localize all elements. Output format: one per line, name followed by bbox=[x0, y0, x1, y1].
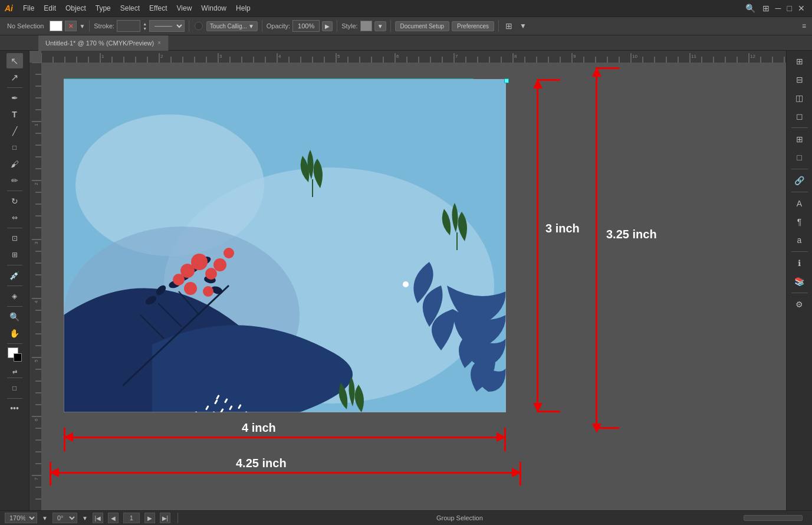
align-panel-btn[interactable]: ⊟ bbox=[791, 71, 808, 88]
scale-tool[interactable]: ⊡ bbox=[6, 231, 23, 246]
page-number-input[interactable] bbox=[123, 513, 140, 523]
style-label: Style: bbox=[341, 22, 358, 29]
eyedropper-tool[interactable]: 💉 bbox=[6, 268, 23, 283]
fill-indicator[interactable]: ✕ bbox=[65, 21, 77, 31]
libraries-panel-btn[interactable]: 📚 bbox=[791, 273, 808, 290]
shape-tool[interactable]: □ bbox=[6, 140, 23, 155]
page-nav-prev-prev[interactable]: |◀ bbox=[93, 513, 103, 523]
style-swatch[interactable] bbox=[360, 21, 372, 31]
links-panel-btn[interactable]: 🔗 bbox=[791, 172, 808, 189]
swap-colors-btn[interactable]: ⇄ bbox=[12, 369, 17, 375]
zoom-select[interactable]: 170% 100% 200% bbox=[5, 513, 37, 523]
tab-title: Untitled-1* @ 170 % (CMYK/Preview) bbox=[45, 40, 154, 47]
pen-tool[interactable]: ✒ bbox=[6, 90, 23, 106]
menu-item-view[interactable]: View bbox=[173, 2, 196, 14]
character-panel-btn[interactable]: A bbox=[791, 195, 808, 212]
stroke-color-box[interactable] bbox=[14, 353, 22, 362]
menu-item-select[interactable]: Select bbox=[116, 2, 144, 14]
hand-tool[interactable]: ✋ bbox=[6, 326, 23, 341]
artboards-panel-btn[interactable]: □ bbox=[791, 149, 808, 166]
close-icon[interactable]: ✕ bbox=[795, 4, 807, 13]
properties-panel-btn[interactable]: ℹ bbox=[791, 255, 808, 271]
stroke-profile[interactable]: ───── bbox=[149, 20, 185, 32]
tab-close-btn[interactable]: × bbox=[157, 40, 161, 46]
rotation-select[interactable]: 0° bbox=[52, 513, 77, 523]
svg-point-22 bbox=[173, 274, 185, 286]
blend-tool[interactable]: ◈ bbox=[6, 288, 23, 304]
page-nav-next-next[interactable]: ▶| bbox=[160, 513, 170, 523]
mirror-tool[interactable]: ⇔ bbox=[6, 210, 23, 225]
measurement-width-outer-label-right-tick bbox=[520, 462, 521, 485]
measurement-width-inner-label: 4 inch bbox=[242, 421, 276, 435]
arrange-windows-icon[interactable]: ⊞ bbox=[760, 4, 772, 13]
more-tools-btn[interactable]: ••• bbox=[10, 401, 19, 415]
paragraph-panel-btn[interactable]: ¶ bbox=[791, 214, 808, 230]
selection-info: Group Selection bbox=[436, 514, 483, 521]
svg-point-40 bbox=[403, 281, 409, 287]
tab-untitled1[interactable]: Untitled-1* @ 170 % (CMYK/Preview) × bbox=[38, 35, 169, 51]
document-setup-button[interactable]: Document Setup bbox=[395, 21, 450, 31]
page-nav-prev[interactable]: ◀ bbox=[108, 513, 119, 523]
menu-item-help[interactable]: Help bbox=[232, 2, 255, 14]
svg-point-20 bbox=[213, 258, 226, 271]
opentype-panel-btn[interactable]: a bbox=[791, 232, 808, 248]
style-arrow-btn[interactable]: ▼ bbox=[374, 21, 386, 31]
opacity-label: Opacity: bbox=[267, 22, 290, 29]
stroke-panel-btn[interactable]: ◻ bbox=[791, 108, 808, 124]
brush-name-btn[interactable]: Touch Callig... ▼ bbox=[206, 21, 258, 31]
measurement-height-inner-label: 3 inch bbox=[545, 222, 580, 235]
minimize-icon[interactable]: ─ bbox=[773, 4, 784, 13]
measurement-width-outer-line bbox=[50, 472, 521, 474]
opacity-more-btn[interactable]: ▶ bbox=[322, 21, 333, 31]
menu-item-effect[interactable]: Effect bbox=[145, 2, 171, 14]
fill-swatch[interactable] bbox=[50, 21, 63, 31]
brush-indicator[interactable] bbox=[195, 22, 203, 30]
direct-selection-tool[interactable]: ↗ bbox=[6, 70, 23, 85]
stroke-label: Stroke: bbox=[94, 22, 114, 29]
arrange-icon[interactable]: ⊞ bbox=[503, 21, 515, 31]
stroke-arrow[interactable]: ▼ bbox=[79, 23, 85, 29]
stroke-value[interactable] bbox=[117, 20, 140, 32]
page-nav-next[interactable]: ▶ bbox=[144, 513, 155, 523]
status-progress-bar bbox=[744, 515, 803, 521]
zoom-arrow[interactable]: ▼ bbox=[42, 515, 48, 521]
search-icon[interactable]: 🔍 bbox=[742, 4, 759, 13]
paintbrush-tool[interactable]: 🖌 bbox=[6, 156, 23, 172]
free-transform-tool[interactable]: ⊞ bbox=[6, 247, 23, 262]
menu-item-window[interactable]: Window bbox=[197, 2, 231, 14]
preferences-button[interactable]: Preferences bbox=[452, 21, 494, 31]
line-tool[interactable]: ╱ bbox=[6, 123, 23, 139]
selection-tool[interactable]: ↖ bbox=[6, 53, 23, 68]
type-tool[interactable]: T bbox=[6, 107, 23, 122]
measurement-height-outer-label: 3.25 inch bbox=[606, 228, 657, 241]
artboard-handle-tr[interactable] bbox=[504, 78, 509, 83]
menu-item-type[interactable]: Type bbox=[91, 2, 115, 14]
svg-point-18 bbox=[191, 254, 208, 270]
panel-toggle-right[interactable]: ≡ bbox=[800, 22, 808, 30]
opacity-value[interactable] bbox=[292, 20, 320, 32]
left-toolbox: ↖ ↗ ✒ T ╱ □ 🖌 ✏ ↻ ⇔ ⊡ bbox=[0, 51, 29, 510]
screen-mode-btn[interactable]: □ bbox=[6, 380, 23, 396]
transform-panel-btn[interactable]: ⊞ bbox=[791, 53, 808, 70]
zoom-tool[interactable]: 🔍 bbox=[6, 309, 23, 324]
maximize-icon[interactable]: □ bbox=[785, 4, 794, 13]
svg-point-23 bbox=[184, 282, 197, 295]
menu-item-file[interactable]: File bbox=[19, 2, 38, 14]
menu-item-edit[interactable]: Edit bbox=[40, 2, 60, 14]
preferences-panel-btn[interactable]: ⚙ bbox=[791, 296, 808, 313]
measurement-width-inner-label-right-tick bbox=[504, 428, 506, 451]
menu-item-object[interactable]: Object bbox=[61, 2, 90, 14]
rotate-tool[interactable]: ↻ bbox=[6, 193, 23, 209]
control-toolbar: No Selection ✕ ▼ Stroke: ▲ ▼ ───── Touch… bbox=[0, 17, 812, 35]
measurement-width-outer-label-left-tick bbox=[50, 462, 51, 485]
measurement-height-outer-line bbox=[596, 67, 597, 427]
app-logo: Ai bbox=[5, 4, 13, 13]
right-panel: ⊞ ⊟ ◫ ◻ ⊞ □ 🔗 A ¶ a ℹ 📚 ⚙ bbox=[786, 51, 812, 510]
canvas-area[interactable]: 4 inch 4.25 inch 3 inch 3.25 inch bbox=[41, 63, 786, 510]
stroke-arrow-btn[interactable]: ▲ ▼ bbox=[143, 22, 147, 31]
layers-panel-btn[interactable]: ⊞ bbox=[791, 131, 808, 147]
pencil-tool[interactable]: ✏ bbox=[6, 173, 23, 188]
panel-options-btn[interactable]: ▼ bbox=[517, 22, 529, 30]
rotation-arrow[interactable]: ▼ bbox=[82, 515, 88, 521]
pathfinder-panel-btn[interactable]: ◫ bbox=[791, 90, 808, 106]
